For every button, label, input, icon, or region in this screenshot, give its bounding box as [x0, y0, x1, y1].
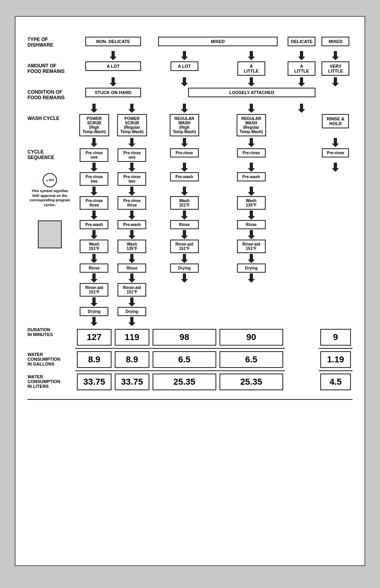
box-6-pre-rinse: Pre-rinse: [322, 148, 349, 157]
seq-4-rinse-aid: Rinse-aid151°F: [218, 239, 285, 254]
box-4-rinse: Rinse: [237, 220, 266, 229]
col4-wash: REGULAR WASH (Regular Temp.Wash): [218, 113, 285, 137]
box-1-rinse-aid: Rinse-aid151°F: [80, 283, 108, 297]
seq-2-rinse-aid: Rinse-aid151°F: [113, 282, 151, 297]
col6-food: VERY LITTLE: [319, 61, 353, 77]
label-type-dishware: TYPE OF DISHWARE: [27, 29, 75, 50]
wash-regular-reg: REGULAR WASH (Regular Temp.Wash): [237, 114, 266, 136]
arrow-icon-seq-2-g: [128, 297, 135, 306]
arrow-icon-seq-4-f: [248, 273, 255, 282]
arrow-seq-2-h: [113, 317, 151, 326]
arrow-cond-6: [319, 103, 353, 113]
arrow-seq-6-a: [319, 163, 353, 171]
arrow-icon-seq-2-c: [128, 210, 135, 219]
arrow-icon-cond-5: [298, 104, 305, 112]
arrow-seq-2-g: [113, 297, 151, 306]
arrow-icon-12: [110, 51, 117, 60]
seq-1-drying: Drying: [75, 306, 113, 317]
seq-2-pre-rinse-two: Pre-rinsetwo: [113, 171, 151, 187]
seq-3-drying: Drying: [151, 263, 218, 273]
arrow-seq-3-a: [151, 163, 218, 171]
label-food-amount: AMOUNT OF FOOD REMAINS: [27, 61, 75, 77]
arrow-icon-seq-2-h: [128, 317, 135, 326]
divider-4a: [218, 348, 285, 349]
arrow-seq-4-b: [218, 187, 285, 195]
arrow-seq-2-d: [113, 230, 151, 239]
arrow-icon-cond-1: [90, 104, 98, 112]
col1-wash: POWER SCRUB (High Temp.Wash): [75, 113, 113, 137]
stat-duration-3: 98: [153, 329, 216, 346]
stat-duration-2: 119: [115, 329, 149, 346]
arrow-icon-seq-3-c: [181, 210, 188, 219]
col34-type: MIXED: [151, 29, 285, 50]
nsf-badge-icon: 🔒NSF: [43, 173, 57, 187]
arrow-seq-3-e: [151, 254, 218, 263]
arrow-food-4: [218, 77, 285, 87]
wash-rinse-hold: RINSE & HOLD: [322, 114, 349, 128]
col2-gallons: 8.9: [113, 350, 151, 369]
main-table: TYPE OF DISHWARE NON- DELICATE MIXED DEL…: [27, 29, 353, 391]
box-2-pre-rinse-three: Pre-rinsethree: [118, 196, 146, 210]
arrow-icon-seq-1-d: [90, 230, 98, 239]
arrow-seq-1-f: [75, 273, 113, 282]
arrow-icon-seq-4-b: [248, 187, 255, 195]
arrow-seq-3-b: [151, 187, 218, 195]
seq-3-wash-151: Wash151°F: [151, 195, 218, 210]
arrow-seq-4-f: [218, 273, 285, 282]
arrow-icon-seq-3-a: [181, 163, 188, 171]
food-alot-3: A LOT: [170, 61, 198, 71]
stat-duration-1: 127: [77, 329, 112, 346]
dishware-delicate: DELICATE: [288, 37, 315, 46]
seq-5-empty: [285, 147, 319, 163]
seq-3-rinse: Rinse: [151, 219, 218, 230]
arrow-seq-2-e: [113, 254, 151, 263]
arrow-cond-1: [75, 103, 113, 113]
arrow-wash-4: [218, 137, 285, 147]
food-little-4: A LITTLE: [237, 61, 265, 76]
col2-liters: 33.75: [113, 373, 151, 391]
arrow-after-type-6: [319, 50, 353, 61]
arrow-icon-wash-3: [181, 138, 188, 147]
wash-regular-high: REGULAR WASH (High Temp.Wash): [170, 114, 199, 136]
box-4-pre-rinse: Pre-rinse: [237, 148, 266, 157]
box-4-drying: Drying: [237, 264, 266, 273]
box-3-wash-151: Wash151°F: [170, 196, 199, 210]
col4-liters: 25.35: [218, 373, 285, 391]
arrow-icon-wash-2: [128, 138, 135, 147]
arrow-icon-3: [181, 51, 188, 60]
box-1-drying: Drying: [80, 307, 108, 316]
arrow-icon-seq-2-a: [128, 163, 135, 171]
seq-2-wash-135: Wash135°F: [113, 239, 151, 254]
dishware-mixed: MIXED: [158, 37, 278, 46]
col12-food: A LOT: [75, 61, 151, 77]
seq-4-pre-rinse: Pre-rinse: [218, 147, 285, 163]
col12-condition: STUCK ON HARD: [75, 87, 151, 103]
stat-gallons-1: 8.9: [77, 351, 112, 368]
arrow-seq-2-f: [113, 273, 151, 282]
col1-liters: 33.75: [75, 373, 113, 391]
food-very-little-6: VERY LITTLE: [321, 61, 349, 76]
divider-4b: [218, 370, 285, 371]
arrow-icon-4: [248, 51, 255, 60]
dishware-mixed2: MIXED: [321, 37, 349, 46]
arrow-icon-seq-3-f: [181, 273, 188, 282]
arrow-wash-3: [151, 137, 218, 147]
arrow-seq-2-c: [113, 210, 151, 219]
label-duration: DURATION IN MINUTES: [27, 326, 75, 346]
arrow-icon-food-12: [110, 77, 117, 86]
wash-power-scrub-reg: POWER SCRUB (Regular Temp.Wash): [117, 114, 147, 136]
box-3-pre-wash: Pre-wash: [170, 172, 199, 181]
seq-2-pre-wash: Pre-wash: [113, 219, 151, 230]
box-2-rinse-aid: Rinse-aid151°F: [118, 283, 146, 297]
arrow-seq-1-d: [75, 230, 113, 239]
label-water-liters: WATER CONSUMPTION IN LITERS: [27, 373, 75, 391]
arrow-icon-wash-6: [332, 138, 339, 147]
divider-3b: [151, 370, 218, 371]
arrow-seq-1-e: [75, 254, 113, 263]
box-1-pre-rinse-one: Pre-rinseone: [80, 148, 108, 162]
box-3-drying: Drying: [170, 264, 199, 273]
arrow-cond-2: [113, 103, 151, 113]
col3-duration: 98: [151, 326, 218, 346]
col6-type: MIXED: [319, 29, 353, 50]
seq-4-pre-wash: Pre-wash: [218, 171, 285, 187]
